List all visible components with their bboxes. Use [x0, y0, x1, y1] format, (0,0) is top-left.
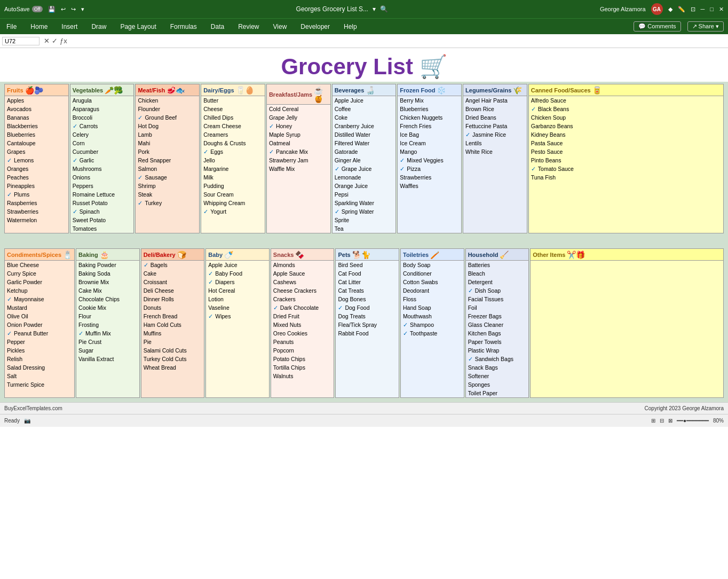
- list-item[interactable]: Facial Tissues: [466, 295, 529, 303]
- list-item[interactable]: Maple Syrup: [267, 130, 330, 139]
- list-item[interactable]: Coffee: [333, 105, 396, 113]
- list-item[interactable]: Baking Soda: [76, 269, 139, 278]
- list-item[interactable]: Cake Mix: [76, 286, 139, 295]
- save-icon[interactable]: 💾: [48, 6, 56, 13]
- list-item[interactable]: Tomatoes: [70, 224, 134, 233]
- list-item[interactable]: Peaches: [5, 173, 68, 182]
- list-item[interactable]: Russet Potato: [70, 199, 134, 207]
- list-item[interactable]: Creamers: [201, 130, 265, 139]
- list-item[interactable]: Pudding: [201, 182, 265, 190]
- list-item[interactable]: ✓Wipes: [206, 312, 269, 320]
- list-item[interactable]: Red Snapper: [136, 156, 199, 165]
- page-break-icon[interactable]: ⊠: [668, 418, 672, 424]
- list-item[interactable]: Glass Cleaner: [466, 320, 529, 329]
- redo-icon[interactable]: ↪: [71, 6, 76, 13]
- list-item[interactable]: Hot Cereal: [206, 286, 269, 295]
- list-item[interactable]: Lamb: [136, 130, 199, 139]
- list-item[interactable]: Blackberries: [5, 122, 68, 130]
- menu-draw[interactable]: Draw: [89, 22, 108, 32]
- list-item[interactable]: Fettuccine Pasta: [463, 122, 527, 130]
- list-item[interactable]: Steak: [136, 190, 199, 199]
- list-item[interactable]: Donuts: [141, 303, 204, 312]
- list-item[interactable]: ✓Eggs: [201, 147, 265, 156]
- list-item[interactable]: Apple Sauce: [271, 269, 334, 278]
- list-item[interactable]: Jello: [201, 156, 265, 165]
- list-item[interactable]: Pie Crust: [76, 338, 139, 346]
- list-item[interactable]: Onions: [70, 173, 134, 182]
- list-item[interactable]: Blueberries: [398, 105, 461, 113]
- dropdown-icon[interactable]: ▾: [373, 5, 376, 13]
- page-layout-icon[interactable]: ⊟: [660, 418, 664, 424]
- list-item[interactable]: Salt: [5, 372, 74, 380]
- insert-function-icon[interactable]: ƒx: [60, 37, 67, 45]
- menu-help[interactable]: Help: [342, 22, 359, 32]
- list-item[interactable]: Frosting: [76, 320, 139, 329]
- list-item[interactable]: Strawberry Jam: [267, 156, 330, 165]
- list-item[interactable]: Brown Rice: [463, 105, 527, 113]
- list-item[interactable]: Cat Litter: [336, 278, 399, 286]
- list-item[interactable]: Berry Mix: [398, 96, 461, 105]
- camera-icon[interactable]: 📷: [24, 418, 30, 424]
- list-item[interactable]: ✓Baby Food: [206, 269, 269, 278]
- list-item[interactable]: Sparkling Water: [333, 199, 396, 207]
- list-item[interactable]: Mahi: [136, 139, 199, 147]
- list-item[interactable]: Cranberry Juice: [333, 122, 396, 130]
- minimize-icon[interactable]: ─: [701, 6, 705, 12]
- zoom-slider[interactable]: ━━●━━━━━━━: [677, 418, 709, 424]
- list-item[interactable]: ✓Mixed Veggies: [398, 156, 461, 165]
- list-item[interactable]: Blueberries: [5, 130, 68, 139]
- list-item[interactable]: ✓Dark Chocolate: [271, 303, 334, 312]
- list-item[interactable]: ✓Yogurt: [201, 207, 265, 216]
- list-item[interactable]: Pickles: [5, 346, 74, 355]
- list-item[interactable]: Mixed Nuts: [271, 320, 334, 329]
- list-item[interactable]: Chocolate Chips: [76, 295, 139, 303]
- list-item[interactable]: Angel Hair Pasta: [463, 96, 527, 105]
- search-icon[interactable]: 🔍: [380, 5, 388, 13]
- list-item[interactable]: Brownie Mix: [76, 278, 139, 286]
- restore-icon[interactable]: ⊡: [691, 6, 695, 13]
- list-item[interactable]: ✓Bagels: [141, 261, 204, 269]
- list-item[interactable]: Coke: [333, 113, 396, 122]
- list-item[interactable]: Dog Treats: [336, 312, 399, 320]
- list-item[interactable]: Cucumber: [70, 147, 134, 156]
- list-item[interactable]: Kitchen Bags: [466, 329, 529, 338]
- list-item[interactable]: Flea/Tick Spray: [336, 320, 399, 329]
- menu-insert[interactable]: Insert: [59, 22, 80, 32]
- list-item[interactable]: Strawberries: [5, 207, 68, 216]
- list-item[interactable]: ✓Black Beans: [529, 105, 723, 113]
- list-item[interactable]: Apple Juice: [333, 96, 396, 105]
- list-item[interactable]: ✓Dog Food: [336, 303, 399, 312]
- list-item[interactable]: Garbanzo Beans: [529, 122, 723, 130]
- list-item[interactable]: Butter: [201, 96, 265, 105]
- list-item[interactable]: ✓Plums: [5, 190, 68, 199]
- list-item[interactable]: Orange Juice: [333, 182, 396, 190]
- list-item[interactable]: Watermelon: [5, 216, 68, 224]
- list-item[interactable]: Bananas: [5, 113, 68, 122]
- list-item[interactable]: ✓Spinach: [70, 207, 134, 216]
- list-item[interactable]: Cotton Swabs: [401, 278, 464, 286]
- list-item[interactable]: Oatmeal: [267, 139, 330, 147]
- list-item[interactable]: Ice Cream: [398, 139, 461, 147]
- list-item[interactable]: Baking Powder: [76, 261, 139, 269]
- menu-home[interactable]: Home: [28, 22, 50, 32]
- list-item[interactable]: Pepper: [5, 338, 74, 346]
- list-item[interactable]: Ham Cold Cuts: [141, 320, 204, 329]
- list-item[interactable]: ✓Peanut Butter: [5, 329, 74, 338]
- list-item[interactable]: Salad Dressing: [5, 363, 74, 372]
- list-item[interactable]: Margarine: [201, 165, 265, 173]
- list-item[interactable]: Crackers: [271, 295, 334, 303]
- comments-button[interactable]: 💬 Comments: [634, 21, 680, 32]
- list-item[interactable]: Paper Towels: [466, 338, 529, 346]
- list-item[interactable]: Tuna Fish: [529, 173, 723, 182]
- list-item[interactable]: Cat Treats: [336, 286, 399, 295]
- list-item[interactable]: Corn: [70, 139, 134, 147]
- list-item[interactable]: Mouthwash: [401, 312, 464, 320]
- list-item[interactable]: Broccoli: [70, 113, 134, 122]
- list-item[interactable]: Dinner Rolls: [141, 295, 204, 303]
- list-item[interactable]: ✓Carrots: [70, 122, 134, 130]
- list-item[interactable]: Vanilla Extract: [76, 355, 139, 363]
- list-item[interactable]: Wheat Bread: [141, 363, 204, 372]
- list-item[interactable]: Mango: [398, 147, 461, 156]
- list-item[interactable]: Milk: [201, 173, 265, 182]
- list-item[interactable]: Arugula: [70, 96, 134, 105]
